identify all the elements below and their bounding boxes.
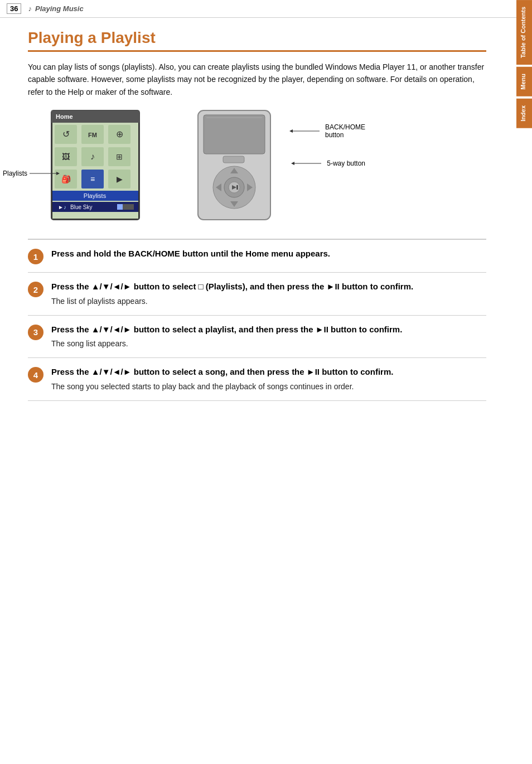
- music-icon: ♪: [28, 4, 32, 13]
- svg-text:▶: ▶: [117, 175, 123, 183]
- svg-rect-39: [223, 156, 244, 163]
- page-header: 36 ♪ Playing Music: [0, 0, 532, 18]
- step-main-3: Press the ▲/▼/◄/► button to select a pla…: [51, 323, 486, 336]
- svg-rect-37: [204, 115, 265, 154]
- step-number-2: 2: [28, 282, 43, 297]
- svg-text:►: ►: [58, 204, 64, 210]
- back-home-callout: BACK/HOMEbutton: [289, 123, 365, 139]
- step-content-3: Press the ▲/▼/◄/► button to select a pla…: [51, 323, 486, 350]
- step-2: 2 Press the ▲/▼/◄/► button to select □ (…: [28, 273, 486, 316]
- playlists-arrow: [30, 170, 60, 177]
- svg-text:♪: ♪: [90, 152, 95, 161]
- svg-text:Blue Sky: Blue Sky: [70, 204, 92, 210]
- step-sub-2: The list of playlists appears.: [51, 296, 486, 307]
- svg-marker-35: [291, 162, 294, 165]
- main-content: Playing a Playlist You can play lists of…: [0, 18, 514, 412]
- sidebar-tabs: Table of Contents Menu Index: [514, 0, 532, 764]
- playlists-callout: Playlists: [3, 170, 60, 177]
- step-sub-3: The song list appears.: [51, 338, 486, 350]
- svg-text:≡: ≡: [90, 175, 95, 183]
- svg-text:🎒: 🎒: [61, 175, 71, 184]
- player-screen-svg: Home ↺ FM ⊕ 🖼 ♪: [50, 109, 142, 221]
- svg-text:↺: ↺: [62, 129, 70, 139]
- step-number-1: 1: [28, 249, 43, 264]
- back-home-label: BACK/HOMEbutton: [325, 123, 365, 139]
- chapter-title: Playing a Playlist: [28, 29, 486, 52]
- svg-text:⊞: ⊞: [116, 152, 123, 161]
- five-way-label: 5-way button: [327, 159, 365, 167]
- five-way-callout: 5-way button: [291, 159, 365, 167]
- step-1: 1 Press and hold the BACK/HOME button un…: [28, 240, 486, 273]
- step-number-4: 4: [28, 367, 43, 383]
- step-content-4: Press the ▲/▼/◄/► button to select a son…: [51, 366, 486, 393]
- intro-text: You can play lists of songs (playlists).…: [28, 61, 486, 98]
- back-home-arrow: [289, 128, 323, 134]
- step-4: 4 Press the ▲/▼/◄/► button to select a s…: [28, 358, 486, 401]
- five-way-arrow: [291, 160, 325, 167]
- step-content-2: Press the ▲/▼/◄/► button to select □ (Pl…: [51, 281, 486, 307]
- sidebar-tab-index[interactable]: Index: [516, 99, 532, 128]
- player-device-diagram: BACK/HOMEbutton 5-way button: [192, 109, 282, 223]
- svg-text:Playlists: Playlists: [84, 192, 107, 199]
- svg-text:♪: ♪: [64, 204, 66, 210]
- sidebar-tab-menu[interactable]: Menu: [516, 67, 532, 96]
- step-content-1: Press and hold the BACK/HOME button unti…: [51, 248, 486, 263]
- step-sub-4: The song you selected starts to play bac…: [51, 381, 486, 393]
- player-screen-diagram: Playlists Home ↺ FM: [50, 109, 142, 223]
- svg-rect-48: [236, 185, 238, 190]
- playlists-label: Playlists: [3, 170, 27, 177]
- svg-rect-31: [117, 204, 123, 210]
- page-header-title: Playing Music: [35, 4, 84, 13]
- svg-text:Home: Home: [56, 113, 73, 120]
- svg-text:⊕: ⊕: [116, 129, 123, 139]
- step-number-3: 3: [28, 325, 43, 340]
- page-number: 36: [7, 3, 21, 14]
- diagram-section: Playlists Home ↺ FM: [28, 109, 486, 223]
- player-device-svg: [192, 109, 282, 221]
- step-main-2: Press the ▲/▼/◄/► button to select □ (Pl…: [51, 281, 486, 293]
- svg-text:🖼: 🖼: [62, 152, 70, 161]
- svg-marker-1: [56, 172, 60, 175]
- svg-marker-33: [289, 129, 293, 133]
- sidebar-tab-toc[interactable]: Table of Contents: [516, 0, 532, 65]
- step-3: 3 Press the ▲/▼/◄/► button to select a p…: [28, 316, 486, 359]
- svg-text:FM: FM: [88, 132, 97, 138]
- steps-section: 1 Press and hold the BACK/HOME button un…: [28, 239, 486, 401]
- step-main-4: Press the ▲/▼/◄/► button to select a son…: [51, 366, 486, 379]
- step-main-1: Press and hold the BACK/HOME button unti…: [51, 248, 486, 260]
